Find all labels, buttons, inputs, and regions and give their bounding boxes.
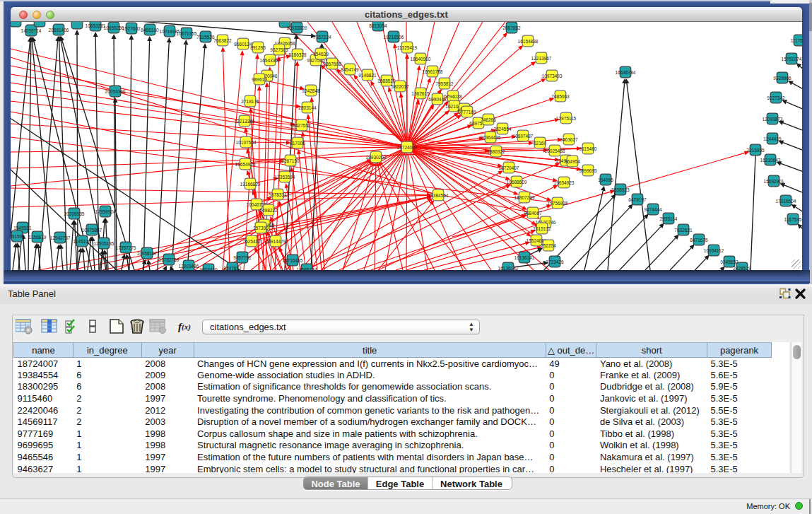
svg-text:10807487: 10807487 — [513, 134, 534, 139]
svg-text:5878334: 5878334 — [269, 192, 287, 197]
svg-text:989613: 989613 — [252, 77, 267, 82]
svg-text:7625402: 7625402 — [242, 239, 261, 244]
svg-text:2935114: 2935114 — [660, 216, 678, 221]
svg-text:19166829: 19166829 — [240, 182, 261, 187]
svg-text:157399: 157399 — [253, 226, 269, 230]
svg-text:(x): (x) — [182, 322, 191, 332]
svg-text:19654925: 19654925 — [235, 162, 256, 167]
svg-text:15751074: 15751074 — [782, 57, 802, 62]
svg-text:9115460: 9115460 — [579, 146, 597, 151]
svg-text:7515526: 7515526 — [196, 35, 215, 40]
svg-text:3215955: 3215955 — [746, 148, 765, 153]
svg-text:1167535: 1167535 — [784, 217, 802, 222]
svg-text:10671355: 10671355 — [177, 31, 197, 36]
svg-text:8267150: 8267150 — [281, 158, 300, 163]
svg-text:12093873: 12093873 — [763, 117, 783, 122]
svg-text:2867608: 2867608 — [323, 62, 341, 66]
svg-text:5498222: 5498222 — [259, 208, 278, 213]
svg-text:17357275: 17357275 — [116, 245, 136, 250]
svg-text:3824554: 3824554 — [493, 127, 512, 132]
svg-text:8247652: 8247652 — [223, 266, 242, 271]
svg-text:18807249: 18807249 — [514, 195, 535, 200]
svg-text:10655286: 10655286 — [104, 25, 124, 30]
svg-text:10565734: 10565734 — [297, 267, 317, 271]
svg-text:8454749: 8454749 — [341, 67, 359, 72]
svg-text:11325419: 11325419 — [397, 45, 418, 50]
svg-text:6794028: 6794028 — [444, 94, 462, 99]
svg-text:9474444: 9474444 — [644, 207, 662, 212]
svg-text:10958107: 10958107 — [137, 251, 158, 256]
svg-text:9227342: 9227342 — [767, 95, 785, 100]
svg-text:1545501: 1545501 — [13, 226, 32, 230]
svg-text:1145194: 1145194 — [73, 239, 91, 244]
svg-text:16782759: 16782759 — [159, 257, 180, 262]
svg-text:16914479: 16914479 — [266, 239, 286, 244]
svg-text:1615132: 1615132 — [533, 226, 551, 231]
svg-text:9245652: 9245652 — [720, 259, 739, 264]
svg-text:8427552: 8427552 — [293, 123, 311, 128]
svg-text:746266: 746266 — [481, 117, 496, 122]
svg-text:12213369: 12213369 — [235, 119, 255, 124]
svg-text:18724007: 18724007 — [397, 145, 418, 150]
svg-text:7955812: 7955812 — [435, 81, 454, 86]
svg-text:10653281: 10653281 — [86, 23, 106, 28]
svg-text:252254: 252254 — [541, 243, 556, 248]
svg-text:7886322: 7886322 — [487, 149, 505, 154]
svg-text:8471676: 8471676 — [690, 238, 708, 243]
svg-text:20053346: 20053346 — [105, 89, 126, 94]
svg-text:8813054: 8813054 — [369, 23, 387, 28]
svg-text:9463627: 9463627 — [560, 137, 578, 142]
svg-text:12353594: 12353594 — [275, 175, 295, 180]
svg-text:1527602: 1527602 — [122, 26, 141, 31]
svg-text:19384554: 19384554 — [428, 193, 449, 198]
svg-text:20206535: 20206535 — [64, 211, 85, 216]
svg-text:391590: 391590 — [11, 234, 25, 239]
svg-text:16033809: 16033809 — [287, 25, 307, 30]
svg-text:12213967: 12213967 — [531, 56, 552, 61]
svg-text:7357224: 7357224 — [313, 35, 331, 40]
svg-text:12505135: 12505135 — [94, 241, 114, 246]
svg-text:18930203: 18930203 — [366, 155, 387, 160]
svg-text:9146821: 9146821 — [358, 73, 377, 78]
svg-text:14055714: 14055714 — [21, 28, 42, 33]
svg-text:1244415: 1244415 — [763, 136, 782, 141]
svg-text:9884067: 9884067 — [524, 211, 542, 216]
svg-text:1156819: 1156819 — [29, 235, 47, 240]
svg-text:15716485: 15716485 — [283, 258, 303, 263]
svg-text:9777169: 9777169 — [458, 110, 476, 115]
svg-text:891295: 891295 — [250, 45, 266, 50]
svg-text:16543362: 16543362 — [260, 58, 281, 63]
svg-text:62160: 62160 — [534, 141, 546, 146]
svg-text:1362615: 1362615 — [411, 91, 430, 96]
svg-text:10025458: 10025458 — [545, 148, 565, 153]
svg-text:2428519: 2428519 — [733, 266, 751, 271]
svg-text:18640910: 18640910 — [411, 57, 431, 62]
svg-text:10107534: 10107534 — [236, 140, 257, 145]
svg-text:2718176: 2718176 — [241, 99, 259, 104]
svg-text:1117534: 1117534 — [791, 38, 802, 43]
svg-text:7485063: 7485063 — [551, 94, 570, 99]
svg-text:12923486: 12923486 — [179, 264, 199, 269]
svg-text:164095: 164095 — [598, 177, 613, 182]
svg-text:9327503: 9327503 — [270, 47, 288, 52]
svg-text:8186328: 8186328 — [288, 52, 307, 57]
svg-text:9857791: 9857791 — [233, 255, 252, 260]
svg-text:5938923: 5938923 — [611, 187, 630, 192]
svg-text:17359924: 17359924 — [95, 209, 116, 214]
svg-text:19654923: 19654923 — [554, 180, 575, 185]
svg-text:2087682: 2087682 — [502, 25, 521, 30]
svg-text:19756928: 19756928 — [548, 201, 568, 206]
svg-text:1733426: 1733426 — [546, 259, 564, 264]
svg-text:10654112: 10654112 — [704, 248, 724, 253]
svg-text:9242848: 9242848 — [302, 88, 320, 93]
svg-text:16961758: 16961758 — [423, 69, 443, 74]
svg-text:17016504: 17016504 — [776, 199, 796, 204]
svg-text:1588520: 1588520 — [377, 78, 396, 83]
svg-text:12942737: 12942737 — [50, 235, 71, 240]
svg-text:7663822: 7663822 — [213, 38, 232, 43]
svg-text:19218506: 19218506 — [384, 35, 404, 40]
svg-text:9899695: 9899695 — [579, 168, 597, 173]
svg-text:817006: 817006 — [290, 141, 305, 146]
svg-text:9329966: 9329966 — [773, 76, 792, 81]
svg-text:7632621: 7632621 — [674, 228, 693, 233]
